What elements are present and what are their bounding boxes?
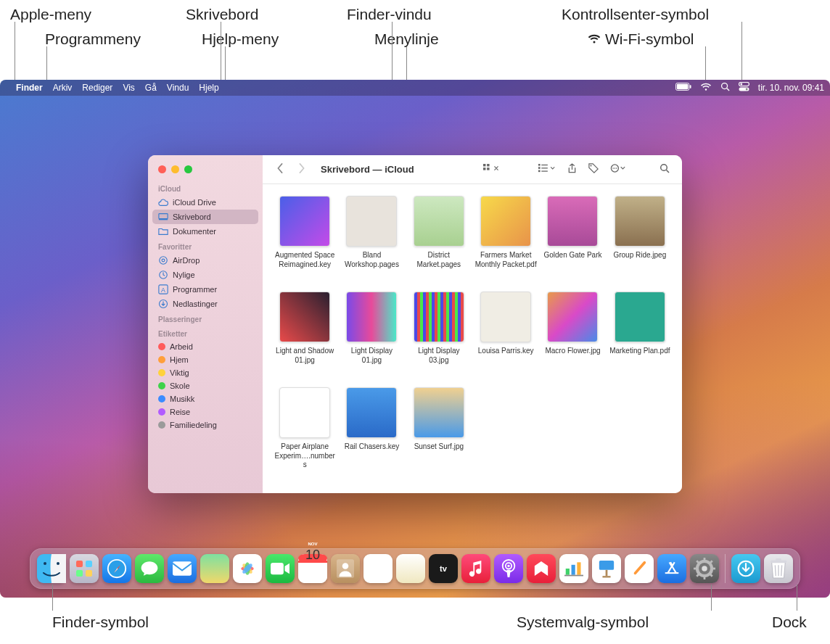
view-mode-icon[interactable] (481, 163, 503, 176)
file-item[interactable]: Paper Airplane Experim….numbers (273, 387, 337, 479)
share-icon[interactable] (565, 163, 579, 176)
dock-calendar-icon[interactable]: NOV10 (298, 554, 327, 583)
sidebar-section-label: iCloud (148, 181, 263, 195)
file-item[interactable]: District Market.pages (407, 196, 471, 287)
dock-maps-icon[interactable] (200, 554, 229, 583)
sidebar-section-label: Etiketter (148, 326, 263, 340)
minimize-button[interactable] (171, 165, 179, 173)
svg-rect-22 (538, 167, 541, 169)
menu-rediger[interactable]: Rediger (82, 83, 112, 93)
sidebar-item-viktig[interactable]: Viktig (148, 366, 263, 379)
dock-music-icon[interactable] (461, 554, 490, 583)
file-name-label: Light Display 01.jpg (340, 347, 403, 365)
dock-news-icon[interactable] (527, 554, 556, 583)
file-thumbnail (414, 292, 464, 342)
dock: NOV10tv (30, 548, 800, 589)
dock-safari-icon[interactable] (102, 554, 131, 583)
sidebar-item-arbeid[interactable]: Arbeid (148, 340, 263, 353)
download-icon (158, 299, 168, 309)
wifi-status-icon[interactable] (700, 83, 712, 94)
dock-photos-icon[interactable] (233, 554, 262, 583)
sidebar-item-dokumenter[interactable]: Dokumenter (148, 224, 263, 239)
action-icon[interactable] (608, 163, 628, 176)
svg-point-7 (740, 83, 742, 86)
dock-messages-icon[interactable] (135, 554, 164, 583)
file-name-label: Light and Shadow 01.jpg (274, 347, 336, 365)
close-button[interactable] (158, 165, 166, 173)
file-thumbnail (615, 292, 665, 342)
search-icon[interactable] (657, 163, 672, 176)
file-item[interactable]: Augmented Space Reimagined.key (273, 196, 337, 287)
dock-systempreferences-icon[interactable] (690, 554, 719, 583)
group-icon[interactable] (536, 163, 558, 176)
sidebar-item-reise[interactable]: Reise (148, 405, 263, 418)
tag-icon[interactable] (586, 163, 601, 176)
back-button[interactable] (273, 163, 287, 176)
dock-notes-icon[interactable] (396, 554, 425, 583)
file-item[interactable]: Light Display 03.jpg (407, 292, 471, 383)
menubar-datetime[interactable]: tir. 10. nov. 09:41 (758, 83, 824, 93)
menu-vis[interactable]: Vis (123, 83, 134, 93)
callout-dock: Dock (772, 614, 807, 631)
sidebar-item-nedlastinger[interactable]: Nedlastinger (148, 297, 263, 311)
menu-ga[interactable]: Gå (145, 83, 157, 93)
menu-arkiv[interactable]: Arkiv (53, 83, 73, 93)
sidebar-item-programmer[interactable]: AProgrammer (148, 282, 263, 297)
spotlight-icon[interactable] (720, 82, 730, 94)
svg-rect-59 (572, 565, 575, 575)
dock-downloads-icon[interactable] (731, 554, 760, 583)
file-item[interactable]: Louisa Parris.key (474, 292, 538, 383)
dock-finder-icon[interactable] (37, 554, 66, 583)
svg-rect-40 (86, 570, 92, 577)
dock-keynote-icon[interactable] (592, 554, 621, 583)
file-item[interactable]: Bland Workshop.pages (340, 196, 403, 287)
sidebar-item-label: Dokumenter (173, 227, 216, 236)
file-item[interactable]: Group Ride.jpeg (608, 196, 672, 287)
sidebar-item-nylige[interactable]: Nylige (148, 268, 263, 282)
dock-numbers-icon[interactable] (559, 554, 588, 583)
dock-mail-icon[interactable] (168, 554, 197, 583)
dock-podcasts-icon[interactable] (494, 554, 523, 583)
svg-rect-9 (159, 214, 168, 219)
file-item[interactable]: Farmers Market Monthly Packet.pdf (474, 196, 538, 287)
sidebar-item-skole[interactable]: Skole (148, 379, 263, 392)
sidebar-item-airdrop[interactable]: AirDrop (148, 253, 263, 268)
file-item[interactable]: Macro Flower.jpg (541, 292, 604, 383)
menu-hjelp[interactable]: Hjelp (199, 83, 218, 93)
app-menu[interactable]: Finder (16, 83, 43, 93)
dock-launchpad-icon[interactable] (70, 554, 99, 583)
tag-dot-icon (158, 408, 165, 416)
dock-contacts-icon[interactable] (331, 554, 360, 583)
file-item[interactable]: Golden Gate Park (541, 196, 604, 287)
finder-sidebar: iCloudiCloud DriveSkrivebordDokumenterFa… (148, 155, 263, 493)
file-item[interactable]: Light Display 01.jpg (340, 292, 403, 383)
dock-trash-icon[interactable] (764, 554, 793, 583)
svg-line-83 (781, 565, 782, 576)
menu-vindu[interactable]: Vindu (167, 83, 189, 93)
dock-appstore-icon[interactable] (657, 554, 686, 583)
file-thumbnail (547, 292, 598, 342)
zoom-button[interactable] (184, 165, 192, 173)
dock-facetime-icon[interactable] (266, 554, 295, 583)
svg-line-74 (697, 561, 699, 564)
file-name-label: Marketing Plan.pdf (609, 347, 670, 356)
forward-button[interactable] (295, 163, 309, 176)
dock-tv-icon[interactable]: tv (429, 554, 458, 583)
sidebar-item-skrivebord[interactable]: Skrivebord (152, 210, 258, 224)
file-item[interactable]: Sunset Surf.jpg (407, 387, 471, 479)
battery-icon[interactable] (675, 83, 691, 93)
dock-reminders-icon[interactable] (363, 554, 393, 583)
sidebar-item-familiedeling[interactable]: Familiedeling (148, 418, 263, 432)
sidebar-item-musikk[interactable]: Musikk (148, 392, 263, 405)
control-center-icon[interactable] (739, 82, 749, 94)
dock-pages-icon[interactable] (625, 554, 654, 583)
file-item[interactable]: Rail Chasers.key (340, 387, 403, 479)
folder-icon (158, 226, 168, 236)
sidebar-item-hjem[interactable]: Hjem (148, 353, 263, 366)
file-thumbnail (279, 387, 330, 438)
file-item[interactable]: Light and Shadow 01.jpg (273, 292, 337, 383)
svg-rect-24 (541, 165, 548, 165)
tag-dot-icon (158, 356, 165, 363)
file-item[interactable]: Marketing Plan.pdf (608, 292, 672, 383)
sidebar-item-icloud-drive[interactable]: iCloud Drive (148, 195, 263, 210)
